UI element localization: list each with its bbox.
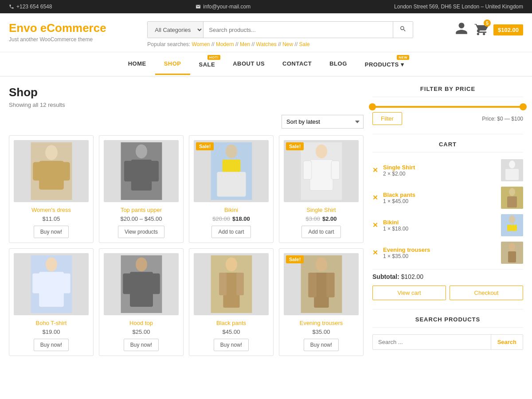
nav-item-shop[interactable]: SHOP bbox=[155, 54, 190, 75]
cart-icon-wrapper[interactable]: 5 bbox=[474, 22, 488, 38]
product-price: $19.00 bbox=[14, 329, 89, 335]
popular-link-men[interactable]: Men bbox=[240, 41, 250, 47]
svg-point-12 bbox=[226, 145, 237, 159]
buy-now-button[interactable]: Buy now! bbox=[124, 339, 159, 351]
product-card: Hood top $25.00 Buy now! bbox=[99, 248, 184, 356]
buy-now-button[interactable]: Buy now! bbox=[34, 339, 69, 351]
cart-item-qty: 2 × $2.00 bbox=[383, 171, 497, 177]
search-button[interactable] bbox=[393, 22, 413, 38]
product-name[interactable]: Black pants bbox=[194, 320, 269, 326]
svg-rect-51 bbox=[508, 251, 516, 262]
filter-title: FILTER BY PRICE bbox=[372, 86, 523, 97]
category-select[interactable]: All Categories bbox=[148, 22, 203, 38]
sale-badge: Sale! bbox=[286, 142, 304, 150]
product-name[interactable]: Hood top bbox=[104, 320, 179, 326]
navigation: HOME SHOP SALE HOT! ABOUT US CONTACT BLO… bbox=[0, 52, 532, 77]
search-products-input[interactable] bbox=[373, 335, 491, 349]
svg-rect-24 bbox=[62, 274, 70, 293]
cart-item-image bbox=[501, 159, 523, 181]
cart-actions: View cart Checkout bbox=[372, 286, 523, 300]
account-icon[interactable] bbox=[454, 21, 469, 39]
filter-section: FILTER BY PRICE Filter Price: $0 — $100 bbox=[372, 86, 523, 125]
product-name[interactable]: Top pants upper bbox=[104, 207, 179, 213]
cart-subtotal-value: $102.00 bbox=[401, 273, 424, 280]
search-products-button[interactable]: Search bbox=[491, 335, 523, 349]
cart-remove-button[interactable]: ✕ bbox=[372, 249, 379, 257]
cart-remove-button[interactable]: ✕ bbox=[372, 166, 379, 174]
svg-point-44 bbox=[509, 188, 515, 196]
add-to-cart-button[interactable]: Add to cart bbox=[301, 226, 340, 238]
product-image bbox=[104, 140, 179, 202]
sort-bar: Sort by latest Sort by popularity Sort b… bbox=[9, 115, 364, 129]
popular-link-new[interactable]: New bbox=[282, 41, 293, 47]
buy-now-button[interactable]: Buy now! bbox=[304, 339, 339, 351]
product-grid: Women's dress $11.05 Buy now! Top pants … bbox=[9, 135, 364, 356]
address: London Street 569, DH6 SE London – Unite… bbox=[394, 4, 523, 10]
logo-subtitle: Just another WooCommerce theme bbox=[9, 36, 106, 43]
filter-row: Filter Price: $0 — $100 bbox=[372, 112, 523, 125]
cart-subtotal: Subtotal: $102.00 bbox=[372, 269, 523, 280]
sort-select[interactable]: Sort by latest Sort by popularity Sort b… bbox=[282, 115, 364, 129]
cart-remove-button[interactable]: ✕ bbox=[372, 221, 379, 229]
cart-item: ✕ Black pants 1 × $45.00 bbox=[372, 187, 523, 209]
product-image bbox=[14, 140, 89, 202]
cart-item-name[interactable]: Single Shirt bbox=[383, 164, 497, 171]
checkout-button[interactable]: Checkout bbox=[450, 286, 523, 300]
top-bar: +123 654 6548 info@your-mail.com London … bbox=[0, 0, 532, 13]
product-price: $25.00 bbox=[104, 329, 179, 335]
nav-item-blog[interactable]: BLOG bbox=[321, 54, 356, 75]
cart-item-name[interactable]: Evening trousers bbox=[383, 246, 497, 253]
logo-title[interactable]: Envo eCommerce bbox=[9, 21, 106, 35]
svg-point-47 bbox=[509, 215, 515, 223]
view-products-button[interactable]: View products bbox=[118, 226, 164, 238]
svg-rect-18 bbox=[303, 161, 312, 180]
view-cart-button[interactable]: View cart bbox=[372, 286, 446, 300]
product-name[interactable]: Evening trousers bbox=[284, 320, 359, 326]
svg-point-21 bbox=[46, 258, 57, 272]
product-name[interactable]: Boho T-shirt bbox=[14, 320, 89, 326]
product-name[interactable]: Women's dress bbox=[14, 207, 89, 213]
sale-badge: HOT! bbox=[207, 55, 221, 60]
product-card: Sale! Bikini $20.00$18.00 Add to cart bbox=[189, 135, 274, 243]
popular-link-watches[interactable]: Watches bbox=[256, 41, 277, 47]
product-price: $3.00$2.00 bbox=[284, 215, 359, 222]
price-slider-track bbox=[372, 106, 523, 108]
products-badge: NEW bbox=[397, 55, 409, 60]
product-image bbox=[104, 253, 179, 315]
cart-remove-button[interactable]: ✕ bbox=[372, 194, 379, 202]
nav-item-products[interactable]: PRODUCTS ▾ NEW bbox=[356, 52, 413, 76]
popular-link-sale[interactable]: Sale bbox=[299, 41, 310, 47]
email: info@your-mail.com bbox=[196, 4, 250, 10]
add-to-cart-button[interactable]: Add to cart bbox=[211, 226, 250, 238]
product-price: $11.05 bbox=[14, 215, 89, 222]
svg-rect-48 bbox=[507, 225, 517, 231]
buy-now-button[interactable]: Buy now! bbox=[34, 226, 69, 238]
svg-rect-23 bbox=[32, 274, 41, 293]
cart-section: CART ✕ Single Shirt 2 × $2.00 ✕ Black pa… bbox=[372, 134, 523, 300]
filter-button[interactable]: Filter bbox=[372, 112, 402, 125]
price-slider-handle-left[interactable] bbox=[369, 103, 376, 110]
buy-now-button[interactable]: Buy now! bbox=[214, 339, 249, 351]
popular-link-women[interactable]: Women bbox=[192, 41, 210, 47]
popular-link-modern[interactable]: Modern bbox=[216, 41, 234, 47]
nav-item-contact[interactable]: CONTACT bbox=[274, 54, 321, 75]
cart-item-name[interactable]: Bikini bbox=[383, 219, 497, 226]
price-slider-handle-right[interactable] bbox=[520, 103, 527, 110]
svg-rect-13 bbox=[222, 160, 240, 172]
cart-total[interactable]: $102.00 bbox=[493, 24, 523, 35]
product-name-single-shirt[interactable]: Single Shirt bbox=[284, 207, 359, 213]
cart-item-name[interactable]: Black pants bbox=[383, 192, 497, 198]
svg-rect-27 bbox=[130, 272, 153, 307]
product-image bbox=[14, 253, 89, 315]
nav-item-sale[interactable]: SALE HOT! bbox=[190, 52, 224, 76]
cart-item: ✕ Single Shirt 2 × $2.00 bbox=[372, 159, 523, 181]
shop-title: Shop bbox=[9, 86, 364, 99]
product-card: Sale! Evening trousers $35.00 Buy now! bbox=[279, 248, 364, 356]
product-name[interactable]: Bikini bbox=[194, 207, 269, 213]
cart-item-image bbox=[501, 187, 523, 209]
search-input[interactable] bbox=[203, 22, 393, 38]
nav-item-about[interactable]: ABOUT US bbox=[224, 54, 274, 75]
price-slider-fill bbox=[372, 106, 523, 108]
product-image bbox=[194, 253, 269, 315]
nav-item-home[interactable]: HOME bbox=[119, 54, 155, 75]
